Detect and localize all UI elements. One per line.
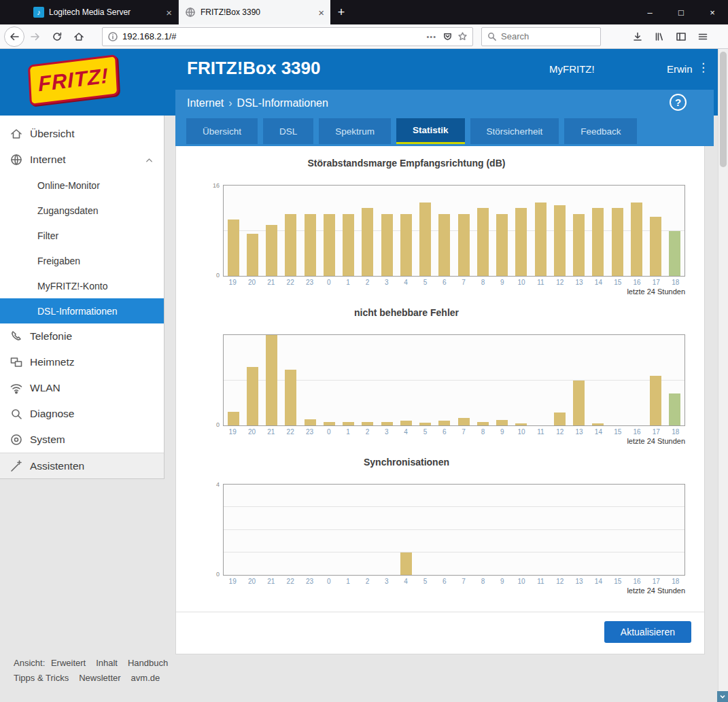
sidebar-item-assistenten[interactable]: Assistenten	[0, 453, 164, 478]
x-tick-label: 4	[396, 279, 415, 286]
sidebar-item-internet[interactable]: Internet	[0, 147, 164, 173]
x-tick-label: 15	[608, 279, 627, 286]
x-tick-label: 2	[358, 279, 377, 286]
footer-link-inhalt[interactable]: Inhalt	[96, 658, 118, 668]
page-actions-icon[interactable]: •••	[426, 33, 436, 41]
home-button[interactable]	[69, 27, 88, 46]
tab-close-icon[interactable]: ×	[166, 7, 172, 18]
charts-container: Störabstandsmarge Empfangsrichtung (dB)1…	[176, 146, 704, 595]
chart-plot-area: 1601920212223012345678910111213141516171…	[223, 185, 685, 296]
tab-close-icon[interactable]: ×	[318, 7, 324, 18]
search-input[interactable]	[501, 31, 595, 41]
x-tick-label: 6	[435, 279, 454, 286]
sidebars-icon[interactable]	[672, 27, 691, 46]
breadcrumb-section[interactable]: Internet	[187, 97, 224, 109]
sidebar-item-diagnose[interactable]: Diagnose	[0, 401, 164, 427]
sidebar-item-heimnetz[interactable]: Heimnetz	[0, 349, 164, 375]
sidebar-item-wlan[interactable]: WLAN	[0, 375, 164, 401]
tab-st-rsicherheit[interactable]: Störsicherheit	[470, 118, 559, 144]
sidebar-item-dsl-informationen[interactable]: DSL-Informationen	[0, 298, 164, 323]
sidebar-item-system[interactable]: System	[0, 427, 164, 453]
sidebar: ÜbersichtInternetOnline-MonitorZugangsda…	[0, 116, 164, 479]
sidebar-item-label: Diagnose	[30, 408, 75, 420]
url-input[interactable]	[122, 31, 423, 41]
plot	[223, 185, 685, 277]
sidebar-item-label: Online-Monitor	[37, 180, 100, 191]
tab-statistik[interactable]: Statistik	[396, 118, 465, 144]
y-axis-max-label: 16	[203, 182, 220, 189]
kebab-menu-icon[interactable]: ⋮	[697, 60, 709, 75]
sidebar-item-freigaben[interactable]: Freigaben	[0, 248, 164, 273]
x-axis-labels: 19202122230123456789101112131415161718	[223, 428, 685, 436]
myfritz-link[interactable]: MyFRITZ!	[549, 63, 595, 75]
shield-icon[interactable]	[443, 31, 453, 41]
toolbar-right-icons	[627, 27, 714, 46]
browser-tab-logitech[interactable]: ♪ Logitech Media Server ×	[27, 0, 179, 24]
sidebar-item-zugangsdaten[interactable]: Zugangsdaten	[0, 198, 164, 223]
x-tick-label: 19	[223, 279, 242, 286]
site-info-icon[interactable]	[107, 31, 118, 42]
chart-title: Störabstandsmarge Empfangsrichtung (dB)	[176, 158, 637, 169]
bar-hour-14	[592, 423, 604, 425]
footer-link-avm-de[interactable]: avm.de	[131, 673, 160, 683]
back-button[interactable]	[4, 27, 24, 47]
scroll-down-button[interactable]	[717, 691, 728, 702]
view-label: Ansicht:	[14, 658, 45, 668]
footer-link-handbuch[interactable]: Handbuch	[128, 658, 168, 668]
sidebar-item-label: Freigaben	[37, 256, 80, 266]
x-tick-label: 18	[666, 578, 685, 585]
search-bar[interactable]	[481, 27, 601, 46]
x-tick-label: 11	[531, 578, 550, 585]
maximize-button[interactable]: □	[665, 0, 697, 24]
sidebar-item-myfritz-konto[interactable]: MyFRITZ!-Konto	[0, 273, 164, 298]
bookmark-star-icon[interactable]	[457, 31, 468, 41]
reload-button[interactable]	[48, 27, 67, 46]
fritz-logo[interactable]: FRITZ!	[28, 54, 119, 106]
x-tick-label: 6	[435, 428, 454, 436]
footer-link-erweitert[interactable]: Erweitert	[51, 658, 86, 668]
browser-tab-fritzbox[interactable]: FRITZ!Box 3390 ×	[179, 0, 330, 24]
minimize-button[interactable]: –	[634, 0, 665, 24]
x-tick-label: 7	[454, 428, 473, 436]
help-button[interactable]: ?	[670, 94, 687, 111]
sidebar-item-telefonie[interactable]: Telefonie	[0, 323, 164, 349]
scrollbar-thumb[interactable]	[720, 52, 727, 167]
tab-feedback[interactable]: Feedback	[564, 118, 637, 144]
wizard-icon	[10, 459, 23, 473]
bar-hour-3	[381, 422, 393, 425]
fritzbox-favicon	[185, 7, 196, 18]
x-tick-label: 23	[300, 279, 319, 286]
footer-link-tipps-tricks[interactable]: Tipps & Tricks	[14, 673, 69, 683]
x-tick-label: 14	[589, 578, 608, 585]
new-tab-button[interactable]: +	[330, 0, 352, 24]
scrollbar[interactable]	[718, 49, 728, 702]
refresh-button[interactable]: Aktualisieren	[604, 621, 691, 643]
x-tick-label: 4	[396, 428, 415, 436]
tab-bersicht[interactable]: Übersicht	[186, 118, 258, 144]
sidebar-item-filter[interactable]: Filter	[0, 223, 164, 248]
user-menu[interactable]: Erwin	[667, 63, 693, 75]
downloads-icon[interactable]	[628, 27, 647, 46]
sidebar-item-online-monitor[interactable]: Online-Monitor	[0, 173, 164, 198]
url-bar[interactable]: •••	[102, 27, 473, 46]
tab-dsl[interactable]: DSL	[263, 118, 313, 144]
sidebar-item-label: Filter	[37, 230, 58, 241]
menu-icon[interactable]	[693, 27, 712, 46]
tab-spektrum[interactable]: Spektrum	[319, 118, 391, 144]
x-tick-label: 23	[300, 428, 319, 436]
sidebar-item-label: Zugangsdaten	[37, 205, 99, 216]
sidebar-item-label: Assistenten	[30, 460, 84, 472]
x-tick-label: 20	[242, 578, 261, 585]
bar-hour-19	[228, 220, 239, 276]
sidebar-item-bersicht[interactable]: Übersicht	[0, 121, 164, 147]
network-icon	[10, 355, 23, 369]
window-controls: – □ ×	[634, 0, 728, 24]
library-icon[interactable]	[650, 27, 669, 46]
bars	[224, 485, 684, 575]
forward-button[interactable]	[26, 27, 45, 46]
page-tabs: ÜbersichtDSLSpektrumStatistikStörsicherh…	[186, 118, 637, 144]
close-button[interactable]: ×	[697, 0, 728, 24]
bars	[224, 335, 684, 425]
footer-link-newsletter[interactable]: Newsletter	[79, 673, 120, 683]
chevron-up-icon[interactable]	[144, 155, 154, 165]
